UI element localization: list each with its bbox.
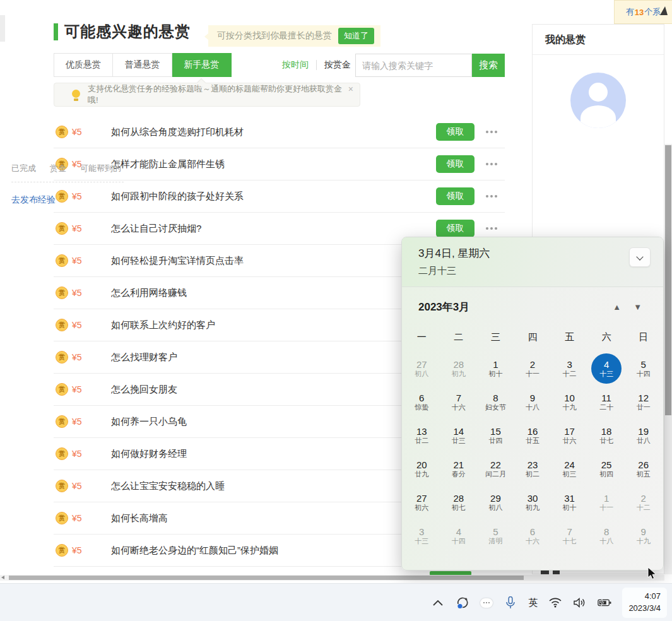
calendar-day[interactable]: 7十六 xyxy=(440,385,478,418)
calendar-day[interactable]: 20廿九 xyxy=(403,452,440,485)
bounty-title[interactable]: 如何从综合角度选购打印机耗材 xyxy=(111,126,436,138)
calendar-day[interactable]: 6十六 xyxy=(514,519,551,552)
day-number: 6 xyxy=(530,526,535,537)
calendar-day-selected[interactable]: 4十三 xyxy=(588,352,625,385)
got-it-button[interactable]: 知道了 xyxy=(338,28,374,44)
show-hidden-icons-icon[interactable] xyxy=(431,596,445,610)
calendar-day[interactable]: 29初八 xyxy=(477,485,514,519)
tab-普通悬赏[interactable]: 普通悬赏 xyxy=(113,53,172,77)
calendar-day[interactable]: 31初十 xyxy=(551,485,588,519)
weekday-label: 三 xyxy=(477,328,514,346)
bounty-title[interactable]: 如何养一只小乌龟 xyxy=(111,416,436,428)
bounty-title[interactable]: 如何做好财务经理 xyxy=(111,448,436,460)
calendar-day[interactable]: 15廿四 xyxy=(477,418,514,452)
calendar-day[interactable]: 27初六 xyxy=(403,485,440,519)
calendar-day[interactable]: 5十四 xyxy=(625,352,662,385)
day-number: 8 xyxy=(604,526,609,537)
scroll-left-arrow-icon[interactable] xyxy=(1,576,4,579)
sort-by-time[interactable]: 按时间 xyxy=(282,59,309,71)
avatar[interactable] xyxy=(570,73,626,128)
search-button[interactable]: 搜索 xyxy=(472,54,505,77)
tab-优质悬赏[interactable]: 优质悬赏 xyxy=(54,53,113,77)
calendar-day[interactable]: 11二十 xyxy=(588,385,625,418)
bounty-title[interactable]: 如何联系上次约好的客户 xyxy=(111,319,436,331)
bounty-title[interactable]: 怎么挽回女朋友 xyxy=(111,384,436,396)
battery-charging-icon[interactable] xyxy=(598,596,611,610)
claim-button[interactable]: 领取 xyxy=(436,155,475,173)
bounty-title[interactable]: 如何断绝老公身边的“红颜知己”保护婚姻 xyxy=(111,545,436,557)
calendar-day[interactable]: 23初二 xyxy=(514,452,551,485)
taskbar-clock[interactable]: 4:07 2023/3/4 xyxy=(622,588,667,618)
more-options-icon[interactable] xyxy=(486,195,497,198)
calendar-day[interactable]: 24初三 xyxy=(551,452,588,485)
calendar-day[interactable]: 8妇女节 xyxy=(477,385,514,418)
calendar-collapse-button[interactable] xyxy=(629,247,651,267)
calendar-day[interactable]: 4十四 xyxy=(440,519,478,552)
bounty-title[interactable]: 怎样才能防止金属部件生锈 xyxy=(111,158,436,170)
calendar-day[interactable]: 9十八 xyxy=(514,385,551,418)
weekday-label: 四 xyxy=(514,328,551,346)
claim-button[interactable]: 领取 xyxy=(436,187,475,205)
publish-experience-link[interactable]: 去发布经验 xyxy=(11,194,56,206)
calendar-day[interactable]: 22闰二月 xyxy=(477,452,514,485)
calendar-day[interactable]: 25初四 xyxy=(588,452,625,485)
bounty-title[interactable]: 如何长高增高 xyxy=(111,512,436,524)
bounty-title[interactable]: 如何轻松提升淘宝详情页点击率 xyxy=(111,255,436,267)
stat-label: 可能帮到的 xyxy=(80,163,121,174)
calendar-day[interactable]: 27初八 xyxy=(403,352,440,385)
calendar-day[interactable]: 7十七 xyxy=(551,519,588,552)
speaker-icon[interactable] xyxy=(573,596,587,610)
calendar-day[interactable]: 30初九 xyxy=(514,485,551,519)
calendar-day[interactable]: 5清明 xyxy=(477,519,514,552)
calendar-day[interactable]: 21春分 xyxy=(440,452,478,485)
more-options-icon[interactable] xyxy=(486,227,497,230)
claim-button[interactable]: 领取 xyxy=(436,220,475,237)
calendar-day[interactable]: 1十一 xyxy=(588,485,625,519)
calendar-day[interactable]: 8十八 xyxy=(588,519,625,552)
bounty-title[interactable]: 怎么让自己讨厌抽烟? xyxy=(111,223,436,235)
horizontal-scrollbar[interactable] xyxy=(0,575,664,581)
tab-新手悬赏[interactable]: 新手悬赏 xyxy=(172,53,232,77)
close-icon[interactable]: × xyxy=(348,85,353,93)
claim-button[interactable]: 领取 xyxy=(436,123,475,141)
ime-indicator[interactable]: 英 xyxy=(528,597,538,609)
calendar-day[interactable]: 3十二 xyxy=(551,352,588,385)
month-up-icon[interactable]: ▲ xyxy=(606,299,627,316)
day-number: 10 xyxy=(564,393,575,403)
calendar-date-text: 3月4日, 星期六 xyxy=(418,246,663,261)
calendar-day[interactable]: 16廿五 xyxy=(514,418,551,452)
calendar-day[interactable]: 10十九 xyxy=(551,385,588,418)
calendar-day[interactable]: 12廿一 xyxy=(625,385,662,418)
calendar-day[interactable]: 28初七 xyxy=(440,485,478,519)
day-content: 31初十 xyxy=(555,487,585,518)
calendar-day[interactable]: 18廿七 xyxy=(588,418,625,452)
vertical-scrollbar[interactable] xyxy=(664,144,672,574)
calendar-day[interactable]: 26初五 xyxy=(625,452,662,485)
calendar-day[interactable]: 1初十 xyxy=(477,352,514,385)
calendar-day[interactable]: 28初九 xyxy=(440,352,478,385)
sort-by-reward[interactable]: 按赏金 xyxy=(324,59,351,71)
month-down-icon[interactable]: ▼ xyxy=(627,299,648,316)
calendar-day[interactable]: 6惊蛰 xyxy=(403,385,440,418)
calendar-day[interactable]: 13廿二 xyxy=(403,418,440,452)
more-options-icon[interactable] xyxy=(486,131,497,133)
microphone-icon[interactable] xyxy=(504,596,517,610)
bounty-title[interactable]: 怎么让宝宝安安稳稳的入睡 xyxy=(111,480,436,492)
calendar-day[interactable]: 2十二 xyxy=(625,485,662,519)
sync-icon[interactable] xyxy=(456,596,469,610)
wifi-icon[interactable] xyxy=(548,596,562,610)
search-input[interactable] xyxy=(355,54,472,77)
more-options-icon[interactable] xyxy=(486,163,497,165)
calendar-day[interactable]: 14廿三 xyxy=(440,418,478,452)
horizontal-scrollbar-thumb[interactable] xyxy=(9,576,524,580)
calendar-day[interactable]: 17廿六 xyxy=(551,418,588,452)
bounty-title[interactable]: 怎么利用网络赚钱 xyxy=(111,287,436,299)
bounty-title[interactable]: 怎么找理财客户 xyxy=(111,352,436,364)
vertical-scrollbar-thumb[interactable] xyxy=(665,145,671,415)
calendar-day[interactable]: 3十三 xyxy=(403,519,440,552)
calendar-day[interactable]: 19廿八 xyxy=(625,418,662,452)
calendar-day[interactable]: 2十一 xyxy=(514,352,551,385)
calendar-day[interactable]: 9十九 xyxy=(625,519,662,552)
bounty-title[interactable]: 如何跟初中阶段的孩子处好关系 xyxy=(111,191,436,203)
tray-badge-icon[interactable] xyxy=(480,598,493,608)
